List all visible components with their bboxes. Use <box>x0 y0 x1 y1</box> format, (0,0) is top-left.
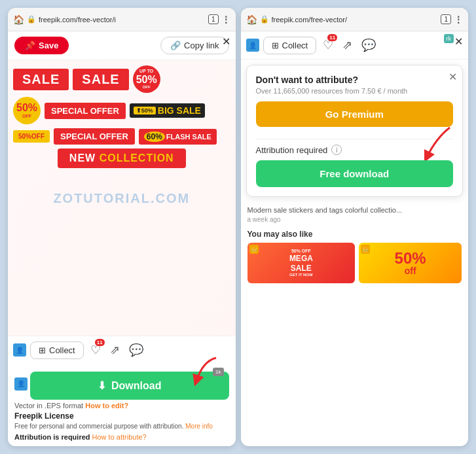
chat-button-right[interactable]: 💬 <box>359 35 378 55</box>
thumb-50-off[interactable]: 👑 50% off <box>359 243 462 283</box>
heart-badge-right: 11 <box>327 34 337 41</box>
address-bar-left: 🏠 🔒 freepik.com/free-vector/i 1 ⋮ <box>8 8 236 31</box>
chat-icon-left: 💬 <box>129 343 143 357</box>
new-collection-sticker: NEW COLLECTION <box>58 148 186 168</box>
chat-button-left[interactable]: 💬 <box>126 340 146 360</box>
heart-badge-left: 11 <box>95 339 105 346</box>
flash-sale-sticker: 60% FLASH SALE <box>139 129 217 145</box>
chat-icon-right: 💬 <box>361 39 376 52</box>
how-to-attribute-link[interactable]: How to attribute? <box>92 433 147 441</box>
popup-title: Don't want to attribute? <box>256 75 454 85</box>
close-button-left[interactable]: ✕ <box>222 35 230 48</box>
red-arrow-right <box>411 124 456 160</box>
rk-badge: rk <box>444 34 454 43</box>
home-icon-right[interactable]: 🏠 <box>246 14 257 25</box>
license-text: Free for personal and commercial purpose… <box>14 422 229 431</box>
url-left[interactable]: freepik.com/free-vector/i <box>39 16 206 24</box>
left-phone-panel: 🏠 🔒 freepik.com/free-vector/i 1 ⋮ ✕ 📌 Sa… <box>8 8 236 446</box>
lock-icon: 🔒 <box>27 15 36 24</box>
license-title: Freepik License <box>14 411 229 421</box>
sale-canvas: SALE SALE UP TO 50% OFF 50% OFF SPECIAL … <box>8 60 236 336</box>
popup-close-button[interactable]: ✕ <box>449 71 457 83</box>
collect-icon-right: ⊞ <box>272 41 279 50</box>
tab-count-left[interactable]: 1 <box>208 14 219 24</box>
avatar-left: 👤 <box>13 343 26 357</box>
right-phone-panel: 🏠 🔒 freepik.com/free-vector/ 1 ⋮ ✕ 👤 ⊞ C… <box>241 8 469 446</box>
save-button[interactable]: 📌 Save <box>14 37 69 54</box>
menu-dots-left[interactable]: ⋮ <box>221 14 230 25</box>
download-section: 👤 ⬇ Download 1k <box>8 364 236 446</box>
thumbnail-row: 👑 50% OFF MEGA SALE GET IT NOW 👑 50% off <box>241 243 469 288</box>
go-premium-button[interactable]: Go Premium <box>256 101 454 127</box>
avatar-download: 👤 <box>14 377 27 391</box>
image-desc: Modern sale stickers and tags colorful c… <box>241 202 469 216</box>
sale-sticker-2: SALE <box>73 69 128 90</box>
home-icon[interactable]: 🏠 <box>13 14 24 25</box>
time-ago: a week ago <box>241 216 469 227</box>
share-icon-left: ⇗ <box>110 343 120 357</box>
user-avatar-left: 👤 <box>13 343 26 357</box>
heart-button-right[interactable]: ♡ 11 <box>320 35 336 55</box>
collect-button-left[interactable]: ⊞ Collect <box>30 341 84 359</box>
avatar-right: 👤 <box>246 39 259 52</box>
format-line: Vector in .EPS format How to edit? <box>14 402 229 410</box>
popup-subtitle: Over 11,665,000 resources from 7.50 € / … <box>256 87 454 95</box>
sale-sticker-1: SALE <box>13 69 69 90</box>
sale-circle: UP TO 50% OFF <box>133 65 160 93</box>
download-icon: ⬇ <box>98 379 106 392</box>
share-button-right[interactable]: ⇗ <box>340 35 355 55</box>
close-button-right[interactable]: ✕ <box>454 35 463 48</box>
bottom-toolbar-left: 👤 ⊞ Collect ♡ 11 ⇗ 💬 <box>8 336 236 364</box>
how-to-edit-link[interactable]: How to edit? <box>85 402 128 410</box>
share-icon-right: ⇗ <box>342 39 352 52</box>
50-off-text: 50% off <box>395 251 426 275</box>
crown-icon-1: 👑 <box>249 245 259 254</box>
address-bar-right: 🏠 🔒 freepik.com/free-vector/ 1 ⋮ <box>241 8 469 31</box>
attribution-text: Attribution is required How to attribute… <box>14 433 229 441</box>
lock-icon-right: 🔒 <box>260 15 269 24</box>
special-offer-2: SPECIAL OFFER <box>54 128 135 145</box>
share-button-left[interactable]: ⇗ <box>107 340 122 360</box>
also-like-label: You may also like <box>241 227 469 243</box>
mega-sale-text: 50% OFF MEGA SALE GET IT NOW <box>289 249 313 277</box>
collect-button-right[interactable]: ⊞ Collect <box>263 37 317 54</box>
more-info-link[interactable]: More info <box>185 423 213 430</box>
heart-button-left[interactable]: ♡ 11 <box>88 340 103 360</box>
attribution-popup: ✕ Don't want to attribute? Over 11,665,0… <box>246 65 464 197</box>
copy-link-button[interactable]: 🔗 Copy link <box>160 37 229 54</box>
copy-icon: 🔗 <box>170 41 181 50</box>
collect-icon-left: ⊞ <box>39 345 46 355</box>
download-button[interactable]: ⬇ Download <box>30 372 229 400</box>
big-sale-sticker: ⬆50% BIG SALE <box>130 103 205 118</box>
share-bar: 📌 Save 🔗 Copy link <box>8 31 236 60</box>
50off-text: 50%OFF <box>13 130 50 143</box>
download-badge: 1k <box>213 368 223 376</box>
image-area-left: SALE SALE UP TO 50% OFF 50% OFF SPECIAL … <box>8 60 236 336</box>
info-icon[interactable]: i <box>331 145 342 155</box>
menu-dots-right[interactable]: ⋮ <box>454 14 463 25</box>
collect-bar-right: 👤 ⊞ Collect ♡ 11 ⇗ 💬 rk <box>241 31 469 60</box>
free-download-button[interactable]: Free download <box>256 160 454 187</box>
pinterest-icon: 📌 <box>25 41 35 50</box>
attribution-label: Attribution required <box>256 145 328 155</box>
50off-badge: 50% OFF <box>13 97 41 124</box>
special-offer-sticker: SPECIAL OFFER <box>45 103 126 119</box>
crown-icon-2: 👑 <box>361 245 370 254</box>
url-right[interactable]: freepik.com/free-vector/ <box>272 16 439 24</box>
thumb-mega-sale[interactable]: 👑 50% OFF MEGA SALE GET IT NOW <box>247 243 356 283</box>
tab-count-right[interactable]: 1 <box>441 14 451 24</box>
